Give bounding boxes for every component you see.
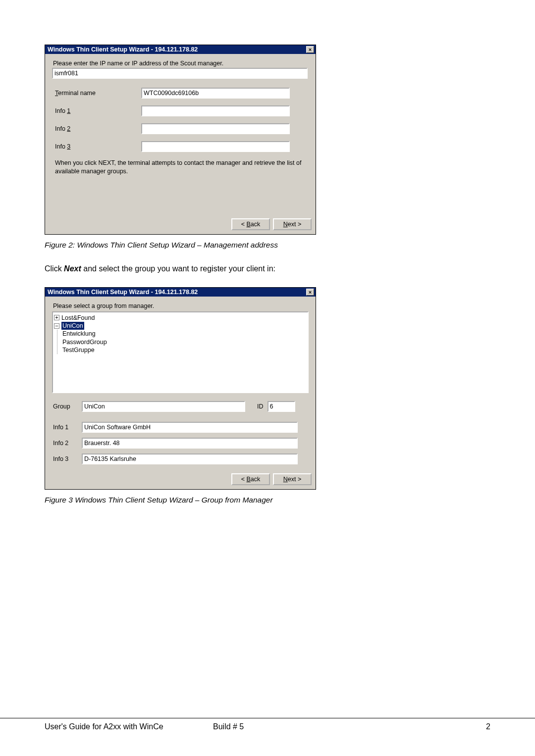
button-row: < Back Next > [45,470,316,489]
info1-label: Info 1 [52,424,82,431]
prompt-text: Please enter the IP name or IP address o… [52,60,309,67]
id-input[interactable] [268,401,295,412]
tree-item-testgruppe[interactable]: TestGruppe [62,346,307,354]
footer-page-number: 2 [486,722,490,731]
group-label: Group [52,403,82,410]
titlebar: Windows Thin Client Setup Wizard - 194.1… [45,45,316,54]
footer-left: User's Guide for A2xx with WinCe [45,722,213,731]
next-button[interactable]: Next > [273,218,312,230]
back-button[interactable]: < Back [231,473,270,485]
info3-label: Info 3 [52,143,141,150]
plus-icon[interactable]: + [54,315,59,320]
info1-input[interactable] [82,422,298,433]
prompt-text: Please select a group from manager. [52,302,309,309]
instruction-text: Click Next and select the group you want… [45,264,490,273]
wizard-dialog-management: Windows Thin Client Setup Wizard - 194.1… [45,45,316,235]
page-footer: User's Guide for A2xx with WinCe Build #… [0,718,535,731]
tree-item-passwordgroup[interactable]: PasswordGroup [62,338,307,346]
terminal-name-input[interactable] [141,88,290,99]
minus-icon[interactable]: − [54,323,59,329]
figure3-caption: Figure 3 Windows Thin Client Setup Wizar… [45,496,490,504]
group-input[interactable] [82,401,245,412]
tree-item-unicon[interactable]: − UniCon [54,322,307,330]
info1-input[interactable] [141,105,290,116]
close-icon[interactable]: × [306,289,314,296]
note-text: When you click NEXT, the terminal attemp… [52,159,309,176]
back-button[interactable]: < Back [231,218,270,230]
info2-input[interactable] [82,438,298,449]
info3-label: Info 3 [52,455,82,462]
next-button[interactable]: Next > [273,473,312,485]
dialog-body: Please enter the IP name or IP address o… [45,54,316,215]
terminal-name-label: Terminal name [52,90,141,97]
info2-label: Info 2 [52,125,141,132]
tree-item-lostfound[interactable]: + Lost&Found [54,314,307,322]
footer-mid: Build # 5 [213,722,486,731]
close-icon[interactable]: × [306,46,314,53]
info3-input[interactable] [141,141,290,152]
group-tree[interactable]: + Lost&Found − UniCon Entwicklung Passwo… [52,311,309,393]
info3-input[interactable] [82,454,298,464]
titlebar: Windows Thin Client Setup Wizard - 194.1… [45,288,316,297]
scout-manager-input[interactable] [52,68,308,79]
dialog-title: Windows Thin Client Setup Wizard - 194.1… [48,46,306,53]
tree-item-entwicklung[interactable]: Entwicklung [62,330,307,338]
info2-input[interactable] [141,123,290,134]
dialog-title: Windows Thin Client Setup Wizard - 194.1… [48,289,306,296]
id-label: ID [257,403,264,410]
info1-label: Info 1 [52,107,141,114]
info2-label: Info 2 [52,440,82,447]
dialog-body: Please select a group from manager. + Lo… [45,297,316,470]
button-row: < Back Next > [45,215,316,234]
wizard-dialog-group: Windows Thin Client Setup Wizard - 194.1… [45,287,316,490]
figure2-caption: Figure 2: Windows Thin Client Setup Wiza… [45,241,490,250]
